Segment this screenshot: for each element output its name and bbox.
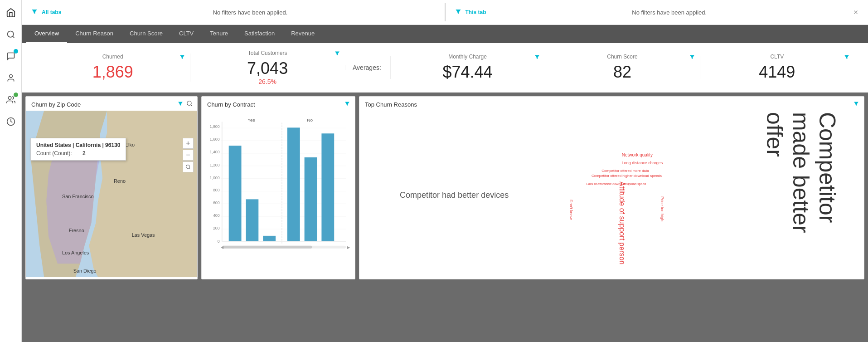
- close-icon[interactable]: [853, 9, 859, 15]
- kpi-churn-score-label: Churn Score: [545, 54, 699, 60]
- map-panel: Churn by Zip Code Elko R: [25, 96, 198, 279]
- kpi-monthly-charge: Monthly Charge $74.44: [390, 54, 545, 82]
- svg-line-23: [189, 168, 190, 169]
- churn-score-filter-icon[interactable]: [689, 54, 695, 61]
- svg-text:San Francisco: San Francisco: [62, 194, 94, 199]
- sidebar-item-user[interactable]: [3, 70, 19, 86]
- tabs-bar: Overview Churn Reason Churn Score CLTV T…: [22, 25, 868, 43]
- bar-yes-3[interactable]: [263, 236, 276, 241]
- wordcloud-container: Competitor made better offer Competitor …: [359, 111, 864, 277]
- svg-text:1,200: 1,200: [209, 163, 219, 167]
- wordcloud-panel: Top Churn Reasons Competitor made better…: [359, 96, 864, 279]
- word-higher-download: Competitor offered higher download speed…: [592, 174, 662, 178]
- kpi-averages: Averages:: [345, 64, 390, 71]
- kpi-churned-value: 1,869: [35, 63, 190, 82]
- svg-point-0: [7, 31, 13, 37]
- svg-rect-50: [222, 246, 312, 249]
- cltv-filter-icon[interactable]: [844, 54, 850, 61]
- this-tab-filter-text: No filters have been applied.: [490, 9, 849, 16]
- kpi-total-customers-pct: 26.5%: [190, 78, 344, 85]
- svg-text:San Diego: San Diego: [73, 268, 97, 274]
- sidebar-item-chat[interactable]: [3, 48, 19, 64]
- svg-text:400: 400: [213, 213, 220, 218]
- kpi-total-customers-value: 7,043: [190, 59, 344, 78]
- tab-satisfaction[interactable]: Satisfaction: [236, 25, 283, 43]
- kpi-churn-score: Churn Score 82: [545, 54, 699, 82]
- kpi-total-customers: Total Customers 7,043 26.5%: [190, 50, 344, 85]
- svg-point-3: [8, 97, 11, 100]
- word-attitude-support: Attitude of support person: [618, 181, 626, 264]
- svg-text:◀: ◀: [221, 245, 224, 249]
- top-bar-right: This tab No filters have been applied.: [446, 8, 868, 17]
- svg-text:800: 800: [213, 188, 220, 192]
- bar-no-3[interactable]: [321, 133, 334, 241]
- svg-text:Los Angeles: Los Angeles: [62, 250, 89, 255]
- tab-revenue[interactable]: Revenue: [283, 25, 323, 43]
- svg-text:No: No: [307, 117, 313, 122]
- sidebar-item-search[interactable]: [3, 26, 19, 43]
- charts-row: Churn by Zip Code Elko R: [22, 93, 868, 283]
- map-tooltip-count-value: 2: [82, 150, 86, 156]
- kpi-churned-label: Churned: [35, 54, 190, 60]
- kpi-churn-score-value: 82: [545, 63, 699, 82]
- wordcloud-title: Top Churn Reasons: [359, 97, 864, 111]
- kpi-total-customers-label: Total Customers: [190, 50, 344, 56]
- svg-text:Yes: Yes: [247, 117, 255, 122]
- svg-text:1,600: 1,600: [209, 137, 219, 142]
- map-zoom-in[interactable]: +: [183, 138, 194, 149]
- word-dont-know: Don't know: [569, 200, 573, 220]
- word-long-distance: Long distance charges: [622, 161, 663, 165]
- kpi-monthly-charge-label: Monthly Charge: [390, 54, 545, 60]
- tab-churn-score[interactable]: Churn Score: [121, 25, 171, 43]
- all-tabs-label[interactable]: All tabs: [42, 9, 61, 15]
- sidebar: [0, 0, 22, 342]
- svg-point-7: [187, 101, 191, 105]
- churned-filter-icon[interactable]: [179, 54, 185, 61]
- kpi-cltv-label: CLTV: [700, 54, 854, 60]
- svg-text:▶: ▶: [347, 245, 350, 249]
- tab-tenure[interactable]: Tenure: [202, 25, 236, 43]
- word-competitor-better-devices: Competitor had better devices: [400, 191, 509, 200]
- map-tooltip-count-label: Count (Count):: [36, 150, 72, 156]
- bar-no-2[interactable]: [305, 157, 317, 241]
- tab-churn-reason[interactable]: Churn Reason: [67, 25, 121, 43]
- sidebar-item-history[interactable]: [3, 113, 19, 130]
- kpi-monthly-charge-value: $74.44: [390, 63, 545, 82]
- svg-text:0: 0: [218, 239, 220, 244]
- bar-no-1[interactable]: [287, 127, 300, 241]
- word-network-quality: Network quality: [622, 152, 653, 157]
- main-content: All tabs No filters have been applied. T…: [22, 0, 868, 283]
- wordcloud-filter-icon[interactable]: [853, 100, 859, 108]
- svg-point-22: [186, 165, 190, 169]
- map-filter-icon[interactable]: [177, 100, 193, 108]
- bar-yes-2[interactable]: [246, 199, 258, 241]
- this-tab-filter-icon: [455, 8, 462, 17]
- bar-chart-container: 0 200 400 600 800 1,000 1,200 1,400 1,60…: [202, 111, 355, 277]
- svg-text:200: 200: [213, 226, 220, 230]
- bar-yes-1[interactable]: [229, 146, 242, 241]
- total-customers-filter-icon[interactable]: [334, 50, 340, 58]
- svg-text:1,400: 1,400: [209, 150, 219, 154]
- svg-text:1,800: 1,800: [209, 124, 219, 129]
- monthly-charge-filter-icon[interactable]: [534, 54, 540, 61]
- svg-text:Las Vegas: Las Vegas: [132, 232, 155, 238]
- tab-overview[interactable]: Overview: [26, 25, 67, 43]
- tab-cltv[interactable]: CLTV: [171, 25, 202, 43]
- top-bar: All tabs No filters have been applied. T…: [22, 0, 868, 25]
- map-search[interactable]: [183, 161, 194, 172]
- top-bar-left: All tabs No filters have been applied.: [22, 8, 445, 17]
- map-zoom-out[interactable]: −: [183, 150, 194, 161]
- this-tab-label[interactable]: This tab: [466, 9, 486, 15]
- bar-chart-title: Churn by Contract: [202, 97, 355, 111]
- map-container[interactable]: Elko Reno San Francisco Fresno Las Vegas…: [26, 111, 197, 277]
- word-affordable-speed: Lack of affordable download/upload speed: [587, 182, 646, 186]
- svg-text:600: 600: [213, 200, 220, 205]
- kpi-cltv-value: 4149: [700, 63, 854, 82]
- bar-chart-filter-icon[interactable]: [344, 100, 350, 108]
- sidebar-item-contacts[interactable]: [3, 92, 19, 108]
- all-tabs-filter-text: No filters have been applied.: [65, 9, 435, 16]
- map-title: Churn by Zip Code: [26, 97, 197, 111]
- svg-text:Elko: Elko: [125, 142, 135, 147]
- bar-chart-svg: 0 200 400 600 800 1,000 1,200 1,400 1,60…: [206, 113, 350, 266]
- sidebar-item-home[interactable]: [3, 5, 19, 21]
